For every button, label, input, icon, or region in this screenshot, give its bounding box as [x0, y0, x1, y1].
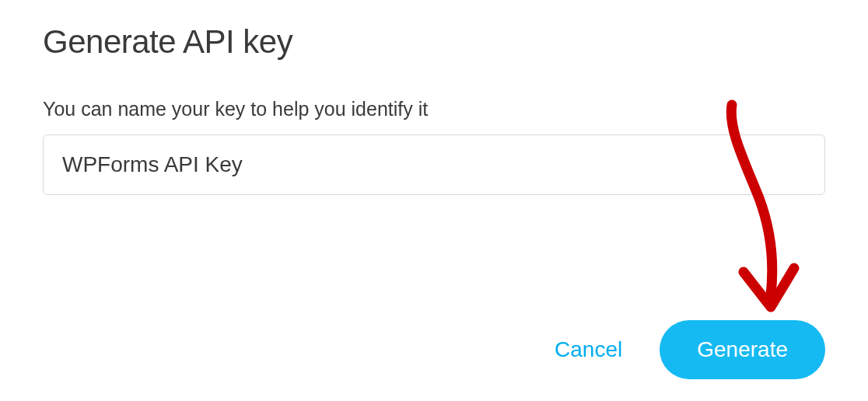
dialog-title: Generate API key: [43, 23, 825, 61]
dialog-actions: Cancel Generate: [555, 320, 825, 379]
key-name-label: You can name your key to help you identi…: [43, 98, 825, 120]
cancel-button[interactable]: Cancel: [555, 337, 622, 362]
generate-button[interactable]: Generate: [660, 320, 825, 379]
annotation-arrow-icon: [685, 97, 810, 330]
key-name-input[interactable]: [43, 134, 825, 195]
